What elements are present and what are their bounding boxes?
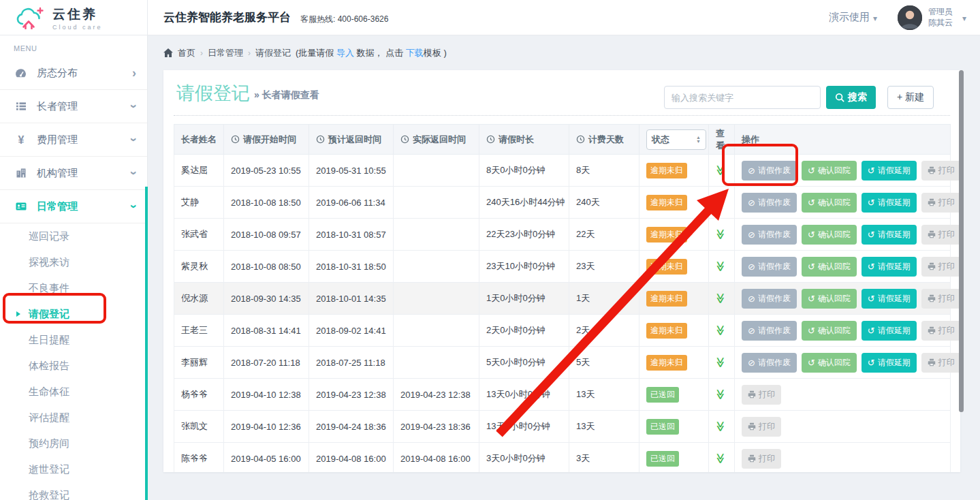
void-leave-button[interactable]: ⊘请假作废 <box>742 321 797 341</box>
expand-chevron-icon[interactable]: ≫ <box>714 453 726 464</box>
column-header: 查看 <box>709 125 735 155</box>
clock-icon <box>400 135 409 144</box>
sidebar-item-label: 长者管理 <box>37 100 78 113</box>
sidebar-item-label: 房态分布 <box>37 67 78 80</box>
download-template-link[interactable]: 下载 <box>406 48 424 58</box>
confirm-return-button[interactable]: ↺确认回院 <box>802 289 857 309</box>
status-badge: 逾期未归 <box>646 227 687 243</box>
print-button[interactable]: 打印 <box>742 385 781 405</box>
extend-leave-button[interactable]: ↺请假延期 <box>862 289 917 309</box>
sidebar-subitem-rescue-registration[interactable]: 抢救登记 <box>0 482 147 500</box>
sidebar-subitem-label: 逝世登记 <box>29 463 69 476</box>
sidebar-subitem-leave-registration[interactable]: 请假登记 <box>0 301 147 327</box>
confirm-return-button[interactable]: ↺确认回院 <box>802 353 857 373</box>
sidebar-subitem-birthday-reminders[interactable]: 生日提醒 <box>0 327 147 353</box>
extend-leave-button[interactable]: ↺请假延期 <box>862 161 917 181</box>
yen-icon: ¥ <box>14 134 27 146</box>
sidebar-item-fee-management[interactable]: ¥费用管理› <box>0 123 147 157</box>
search-input[interactable] <box>664 86 821 109</box>
sidebar-subitem-label: 预约房间 <box>29 437 69 450</box>
void-leave-button[interactable]: ⊘请假作废 <box>742 161 797 181</box>
extend-leave-button[interactable]: ↺请假延期 <box>862 257 917 277</box>
expand-chevron-icon[interactable]: ≫ <box>714 325 726 336</box>
expand-chevron-icon[interactable]: ≫ <box>714 197 726 208</box>
duration-cell: 3天0小时0分钟 <box>479 443 569 473</box>
sidebar-subitem-room-booking[interactable]: 预约房间 <box>0 431 147 456</box>
print-button[interactable]: 打印 <box>742 449 781 469</box>
expand-chevron-icon[interactable]: ≫ <box>714 293 726 304</box>
confirm-return-button[interactable]: ↺确认回院 <box>802 225 857 245</box>
print-button[interactable]: 打印 <box>921 225 960 245</box>
print-button[interactable]: 打印 <box>921 257 960 277</box>
content-card: 请假登记 » 长者请假查看 搜索 + 新建 长者姓名请假开始时间预计返回时间实际… <box>163 70 960 472</box>
undo-icon: ↺ <box>808 230 815 240</box>
status-filter-select[interactable]: 状态▲▼ <box>646 129 706 150</box>
billing-days-cell: 5天 <box>569 347 639 379</box>
extend-leave-button[interactable]: ↺请假延期 <box>862 353 917 373</box>
confirm-return-button[interactable]: ↺确认回院 <box>802 193 857 213</box>
breadcrumb-home[interactable]: 首页 <box>178 47 195 59</box>
sidebar-subitem-vital-signs[interactable]: 生命体征 <box>0 379 147 405</box>
sidebar-subitem-patrol-records[interactable]: 巡回记录 <box>0 223 147 249</box>
scrollbar-thumb[interactable] <box>959 70 964 412</box>
expected-return-cell: 2018-07-25 11:18 <box>309 347 394 379</box>
view-cell: ≫ <box>709 155 735 187</box>
print-button[interactable]: 打印 <box>921 161 960 181</box>
print-button[interactable]: 打印 <box>921 193 960 213</box>
status-badge: 逾期未归 <box>646 323 687 339</box>
expand-chevron-icon[interactable]: ≫ <box>714 229 726 240</box>
search-button[interactable]: 搜索 <box>826 86 876 109</box>
user-menu[interactable]: 管理员 陈其云 <box>928 7 953 28</box>
confirm-return-button[interactable]: ↺确认回院 <box>802 321 857 341</box>
sidebar-subitem-adverse-events[interactable]: 不良事件 <box>0 275 147 301</box>
print-button[interactable]: 打印 <box>742 417 781 437</box>
expand-chevron-icon[interactable]: ≫ <box>714 165 726 176</box>
building-icon <box>14 167 27 180</box>
sidebar-item-elder-management[interactable]: 长者管理› <box>0 90 147 123</box>
sidebar-subitem-checkup-reports[interactable]: 体检报告 <box>0 353 147 379</box>
undo-icon: ↺ <box>868 358 875 368</box>
print-button[interactable]: 打印 <box>921 353 960 373</box>
confirm-return-button[interactable]: ↺确认回院 <box>802 257 857 277</box>
void-leave-button[interactable]: ⊘请假作废 <box>742 353 797 373</box>
duration-cell: 22天23小时0分钟 <box>479 219 569 251</box>
printer-icon <box>928 166 936 174</box>
elder-name-cell: 紫灵秋 <box>174 251 224 283</box>
sidebar-subitem-label: 生命体征 <box>29 386 69 399</box>
home-icon[interactable] <box>163 48 173 57</box>
print-button[interactable]: 打印 <box>921 321 960 341</box>
elder-name-cell: 倪水源 <box>174 283 224 315</box>
status-cell: 已送回 <box>639 411 709 443</box>
void-leave-button[interactable]: ⊘请假作废 <box>742 193 797 213</box>
demo-mode-dropdown[interactable]: 演示使用 <box>829 11 877 24</box>
print-button[interactable]: 打印 <box>921 289 960 309</box>
breadcrumb-section[interactable]: 日常管理 <box>208 47 243 59</box>
sidebar-subitem-death-registration[interactable]: 逝世登记 <box>0 456 147 482</box>
extend-leave-button[interactable]: ↺请假延期 <box>862 225 917 245</box>
printer-icon <box>928 358 936 366</box>
new-button[interactable]: + 新建 <box>887 86 934 109</box>
column-header: 实际返回时间 <box>394 125 479 155</box>
void-leave-button[interactable]: ⊘请假作废 <box>742 225 797 245</box>
void-leave-button[interactable]: ⊘请假作废 <box>742 257 797 277</box>
start-time-cell: 2018-10-08 09:57 <box>224 219 309 251</box>
import-link[interactable]: 导入 <box>336 48 354 58</box>
expand-chevron-icon[interactable]: ≫ <box>714 261 726 272</box>
void-leave-button[interactable]: ⊘请假作废 <box>742 289 797 309</box>
sidebar-subitem-visitor-records[interactable]: 探视来访 <box>0 249 147 275</box>
view-cell: ≫ <box>709 443 735 473</box>
expand-chevron-icon[interactable]: ≫ <box>714 421 726 432</box>
expand-chevron-icon[interactable]: ≫ <box>714 389 726 400</box>
expand-chevron-icon[interactable]: ≫ <box>714 357 726 368</box>
sidebar-item-room-status[interactable]: 房态分布› <box>0 57 147 90</box>
sidebar-item-daily-management[interactable]: 日常管理› <box>0 190 147 223</box>
avatar[interactable] <box>898 5 922 30</box>
sidebar-subitem-assessment-reminders[interactable]: 评估提醒 <box>0 405 147 431</box>
confirm-return-button[interactable]: ↺确认回院 <box>802 161 857 181</box>
extend-leave-button[interactable]: ↺请假延期 <box>862 193 917 213</box>
extend-leave-button[interactable]: ↺请假延期 <box>862 321 917 341</box>
sidebar-item-org-management[interactable]: 机构管理› <box>0 157 147 190</box>
hotline: 客服热线: 400-606-3626 <box>300 14 388 25</box>
chevron-down-icon[interactable] <box>962 12 966 24</box>
sidebar-subitem-label: 生日提醒 <box>29 334 69 347</box>
